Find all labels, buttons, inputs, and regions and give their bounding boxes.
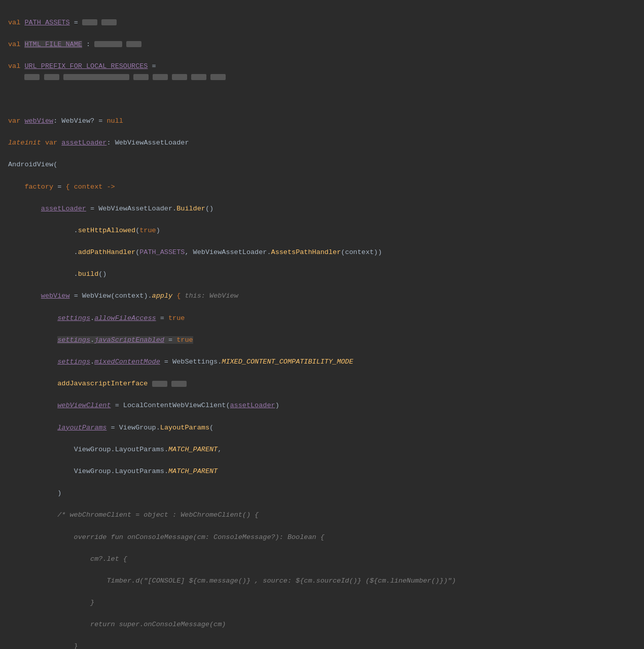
- line-17: addJavascriptInterface: [8, 378, 636, 389]
- line-10: .setHttpAllowed(true): [8, 225, 636, 236]
- line-7: AndroidView(: [8, 159, 636, 170]
- line-13: webView = WebView(context).apply { this:…: [8, 291, 636, 302]
- line-5: var webView: WebView? = null: [8, 116, 636, 127]
- line-27: }: [8, 597, 636, 608]
- line-6: lateinit var assetLoader: WebViewAssetLo…: [8, 137, 636, 149]
- line-3: val URL_PREFIX_FOR_LOCAL_RESOURCES =: [8, 61, 636, 83]
- line-28: return super.onConsoleMessage(cm): [8, 619, 636, 630]
- line-29: }: [8, 641, 636, 649]
- line-26: Timber.d("[CONSOLE] ${cm.message()} , so…: [8, 575, 636, 587]
- line-20: ViewGroup.LayoutParams.MATCH_PARENT,: [8, 444, 636, 455]
- line-1: val PATH_ASSETS =: [8, 17, 636, 28]
- line-2: val HTML_FILE_NAME :: [8, 39, 636, 50]
- line-12: .build(): [8, 269, 636, 280]
- line-15: settings.javaScriptEnabled = true: [8, 335, 636, 346]
- line-4: [8, 94, 636, 105]
- line-21: ViewGroup.LayoutParams.MATCH_PARENT: [8, 466, 636, 477]
- line-8: factory = { context ->: [8, 182, 636, 193]
- line-18: webViewClient = LocalContentWebViewClien…: [8, 400, 636, 411]
- line-23: /* webChromeClient = object : WebChromeC…: [8, 510, 636, 521]
- line-16: settings.mixedContentMode = WebSettings.…: [8, 356, 636, 368]
- line-14: settings.allowFileAccess = true: [8, 313, 636, 324]
- line-9: assetLoader = WebViewAssetLoader.Builder…: [8, 203, 636, 214]
- line-22: ): [8, 488, 636, 499]
- code-editor: val PATH_ASSETS = val HTML_FILE_NAME : v…: [8, 6, 636, 649]
- line-11: .addPathHandler(PATH_ASSETS, WebViewAsse…: [8, 247, 636, 258]
- line-24: override fun onConsoleMessage(cm: Consol…: [8, 532, 636, 543]
- line-19: layoutParams = ViewGroup.LayoutParams(: [8, 422, 636, 434]
- line-25: cm?.let {: [8, 554, 636, 565]
